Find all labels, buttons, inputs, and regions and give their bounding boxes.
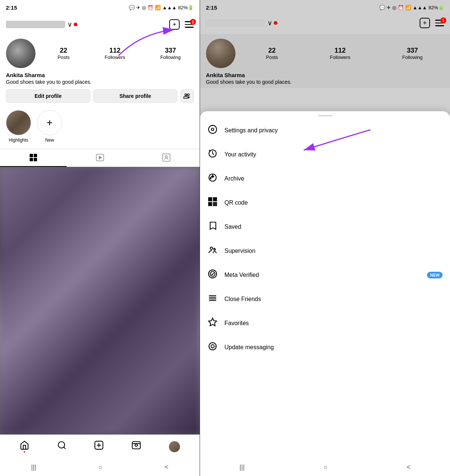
bottom-nav-left (0, 434, 200, 458)
new-highlight-circle[interactable]: + (37, 110, 62, 135)
highlights-circle[interactable] (6, 110, 31, 135)
android-back-left[interactable]: < (165, 463, 169, 471)
nav-icons-left: + 1 (169, 19, 194, 30)
favorites-icon (207, 317, 218, 329)
profile-section-right: 22 Posts 112 Followers 337 Following Ank… (200, 34, 450, 88)
svg-rect-24 (209, 198, 211, 200)
friends-label: Close Friends (224, 296, 443, 303)
menu-button-right[interactable]: 1 (435, 20, 444, 26)
archive-icon (207, 173, 218, 185)
search-nav-button[interactable] (57, 440, 67, 453)
menu-item-friends[interactable]: Close Friends (200, 287, 450, 311)
profile-section-left: 22 Posts 112 Followers 337 Following Ank… (0, 34, 200, 107)
highlights-label: Highlights (9, 138, 29, 143)
followers-stat-left[interactable]: 112 Followers (104, 47, 125, 60)
alarm-icon-r: ⏰ (398, 5, 404, 10)
online-dot-r (274, 21, 277, 25)
menu-item-messaging[interactable]: Update messaging (200, 335, 450, 360)
menu-item-activity[interactable]: Your activity (200, 143, 450, 167)
new-highlight-item[interactable]: + New (37, 110, 62, 143)
following-stat-left[interactable]: 337 Following (160, 47, 181, 60)
menu-item-archive[interactable]: Archive (200, 167, 450, 191)
username-blurred-right (206, 19, 265, 27)
posts-stat-left[interactable]: 22 Posts (57, 47, 70, 60)
menu-item-saved[interactable]: Saved (200, 215, 450, 239)
home-nav-button[interactable] (20, 440, 29, 453)
svg-rect-2 (30, 158, 33, 161)
profile-name-left: Ankita Sharma (6, 72, 194, 78)
settings-icon (207, 125, 218, 136)
profile-nav-button[interactable] (169, 441, 180, 452)
followers-label-left: Followers (104, 54, 125, 60)
avatar-image-right (206, 39, 236, 68)
svg-point-8 (58, 442, 64, 448)
profile-name-right: Ankita Sharma (206, 72, 444, 78)
status-time-right: 2:15 (206, 4, 217, 11)
svg-rect-25 (214, 198, 216, 200)
add-post-button[interactable]: + (169, 19, 180, 30)
android-menu-right[interactable]: ||| (240, 463, 245, 471)
instagram-icon-r: ◎ (392, 5, 396, 10)
nav-icons-right: + 1 (420, 18, 444, 28)
alarm-icon: ⏰ (147, 5, 153, 10)
share-profile-button[interactable]: Share profile (93, 89, 178, 103)
svg-point-44 (211, 345, 214, 348)
action-buttons-left: Edit profile Share profile (6, 89, 194, 103)
chevron-down-icon-r[interactable]: ∨ (267, 19, 272, 27)
archive-label: Archive (224, 175, 443, 182)
favorites-label: Favorites (224, 320, 443, 327)
battery-text: 82%🔋 (178, 5, 194, 10)
tab-reels[interactable] (67, 149, 133, 167)
menu-badge: 1 (190, 19, 196, 25)
followers-stat-right[interactable]: 112 Followers (330, 47, 350, 60)
add-friend-button[interactable] (180, 89, 194, 103)
posts-label-right: Posts (266, 54, 278, 60)
android-menu-left[interactable]: ||| (31, 463, 36, 471)
telegram-icon-r: ✈ (387, 5, 391, 10)
svg-line-9 (64, 447, 66, 449)
svg-point-14 (135, 444, 138, 447)
activity-label: Your activity (224, 151, 443, 158)
highlights-item[interactable]: Highlights (6, 110, 31, 143)
tab-tagged[interactable] (133, 149, 200, 167)
menu-button-left[interactable]: 1 (185, 21, 194, 28)
create-nav-button[interactable] (94, 440, 104, 453)
android-nav-left: ||| ○ < (0, 458, 200, 476)
svg-point-18 (211, 128, 214, 131)
svg-rect-6 (163, 154, 170, 161)
wifi-icon: 📶 (155, 5, 161, 10)
meta-label: Meta Verified (224, 272, 420, 278)
supervision-label: Supervision (224, 248, 443, 254)
tab-grid[interactable] (0, 149, 67, 167)
svg-marker-42 (209, 318, 217, 326)
feed-area-left (0, 167, 200, 434)
menu-item-supervision[interactable]: Supervision (200, 239, 450, 263)
svg-marker-5 (99, 156, 101, 159)
android-home-right[interactable]: ○ (324, 463, 328, 471)
android-back-right[interactable]: < (407, 463, 411, 471)
svg-rect-27 (213, 202, 214, 204)
top-nav-left: ∨ + 1 (0, 15, 200, 34)
whatsapp-icon: 💬 (129, 5, 135, 10)
menu-item-qrcode[interactable]: QR code (200, 191, 450, 215)
android-home-left[interactable]: ○ (99, 463, 103, 471)
reels-nav-button[interactable] (131, 440, 141, 453)
chevron-down-icon[interactable]: ∨ (67, 20, 72, 29)
posts-stat-right[interactable]: 22 Posts (266, 47, 278, 60)
highlights-section-left: Highlights + New (0, 107, 200, 146)
whatsapp-icon-r: 💬 (379, 5, 385, 10)
avatar-left[interactable] (6, 39, 36, 68)
avatar-right[interactable] (206, 39, 236, 68)
edit-profile-button[interactable]: Edit profile (6, 89, 90, 103)
username-area-right[interactable]: ∨ (206, 19, 277, 27)
following-stat-right[interactable]: 337 Following (402, 47, 423, 60)
svg-rect-1 (34, 154, 37, 157)
profile-header-right: 22 Posts 112 Followers 337 Following (206, 39, 444, 68)
username-area-left[interactable]: ∨ (6, 20, 77, 29)
messaging-label: Update messaging (224, 344, 443, 351)
menu-item-favorites[interactable]: Favorites (200, 311, 450, 335)
menu-item-settings[interactable]: Settings and privacy (200, 119, 450, 143)
activity-icon (207, 149, 218, 161)
menu-item-meta[interactable]: Meta Verified NEW (200, 263, 450, 287)
add-post-button-r[interactable]: + (420, 18, 430, 28)
